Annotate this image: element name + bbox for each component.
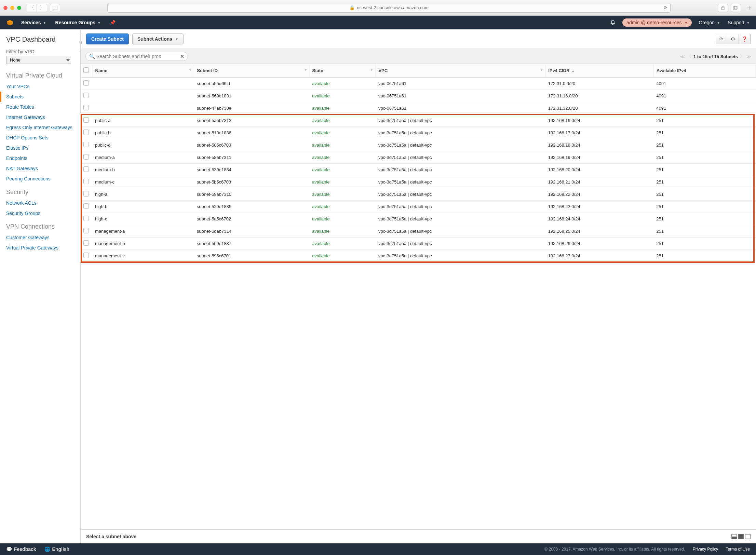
sidebar-item-network-acls[interactable]: Network ACLs <box>0 198 80 208</box>
privacy-link[interactable]: Privacy Policy <box>693 547 718 552</box>
table-row[interactable]: high-csubnet-5a5c6702availablevpc-3d751a… <box>81 213 756 225</box>
select-all-checkbox[interactable] <box>83 67 89 73</box>
account-menu[interactable]: admin @ demo-resources ▼ <box>622 18 692 27</box>
table-row[interactable]: medium-csubnet-5b5c6703availablevpc-3d75… <box>81 176 756 188</box>
region-menu[interactable]: Oregon ▼ <box>699 20 720 25</box>
minimize-window-icon[interactable] <box>10 6 14 10</box>
address-bar[interactable]: 🔒 us-west-2.console.aws.amazon.com ⟳ <box>107 3 671 13</box>
cell-subnet-id: subnet-5b5c6703 <box>194 176 309 188</box>
pin-icon[interactable]: 📌 <box>110 20 116 25</box>
row-checkbox[interactable] <box>83 117 89 123</box>
row-checkbox[interactable] <box>83 203 89 209</box>
table-row[interactable]: management-asubnet-5dab7314availablevpc-… <box>81 225 756 238</box>
cell-state: available <box>309 201 376 213</box>
sidebar-item-virtual-private-gateways[interactable]: Virtual Private Gateways <box>0 243 80 253</box>
feedback-link[interactable]: 💬 Feedback <box>6 546 36 552</box>
cell-available: 251 <box>653 188 756 201</box>
row-checkbox[interactable] <box>83 253 89 258</box>
settings-button[interactable]: ⚙ <box>727 34 739 44</box>
help-button[interactable]: ❓ <box>739 34 751 44</box>
col-available[interactable]: Available IPv4 <box>653 64 756 78</box>
sidebar-item-internet-gateways[interactable]: Internet Gateways <box>0 112 80 122</box>
cell-name: management-b <box>92 238 194 250</box>
pager-last-icon[interactable]: ≫ <box>746 54 751 59</box>
zoom-window-icon[interactable] <box>17 6 21 10</box>
sidebar-item-dhcp-options-sets[interactable]: DHCP Options Sets <box>0 133 80 143</box>
subnet-actions-label: Subnet Actions <box>137 36 172 42</box>
table-row[interactable]: subnet-a55d66fdavailablevpc-06751a61172.… <box>81 78 756 90</box>
table-row[interactable]: management-csubnet-595c6701availablevpc-… <box>81 250 756 262</box>
nav-services[interactable]: Services ▼ <box>21 20 46 25</box>
support-menu[interactable]: Support ▼ <box>728 20 750 25</box>
cell-available: 4091 <box>653 90 756 102</box>
sidebar-item-security-groups[interactable]: Security Groups <box>0 208 80 218</box>
row-checkbox[interactable] <box>83 80 89 86</box>
table-row[interactable]: subnet-47ab730eavailablevpc-06751a61172.… <box>81 102 756 114</box>
row-checkbox[interactable] <box>83 142 89 147</box>
table-row[interactable]: subnet-569e1831availablevpc-06751a61172.… <box>81 90 756 102</box>
search-input[interactable] <box>96 54 180 59</box>
subnet-actions-button[interactable]: Subnet Actions ▼ <box>132 33 184 44</box>
tabs-button[interactable] <box>731 4 741 12</box>
sidebar-toggle-button[interactable] <box>50 4 60 12</box>
layout-full-icon[interactable] <box>738 534 744 539</box>
sidebar-item-customer-gateways[interactable]: Customer Gateways <box>0 232 80 243</box>
clear-search-icon[interactable]: ✕ <box>180 54 184 59</box>
table-row[interactable]: medium-bsubnet-539e1834availablevpc-3d75… <box>81 164 756 176</box>
nav-resource-groups[interactable]: Resource Groups ▼ <box>55 20 101 25</box>
share-button[interactable] <box>718 4 728 12</box>
col-vpc[interactable]: VPC▾ <box>376 64 545 78</box>
col-subnet-id[interactable]: Subnet ID▾ <box>194 64 309 78</box>
reload-icon[interactable]: ⟳ <box>664 5 667 10</box>
row-checkbox[interactable] <box>83 130 89 135</box>
row-checkbox[interactable] <box>83 105 89 110</box>
table-row[interactable]: public-asubnet-5aab7313availablevpc-3d75… <box>81 114 756 127</box>
back-button[interactable]: 〈 <box>27 4 37 12</box>
sidebar-item-your-vpcs[interactable]: Your VPCs <box>0 81 80 92</box>
layout-none-icon[interactable] <box>745 534 751 539</box>
table-row[interactable]: management-bsubnet-509e1837availablevpc-… <box>81 238 756 250</box>
row-checkbox[interactable] <box>83 191 89 197</box>
layout-split-icon[interactable] <box>731 534 737 539</box>
table-row[interactable]: medium-asubnet-58ab7311availablevpc-3d75… <box>81 151 756 164</box>
col-cidr[interactable]: IPv4 CIDR <box>545 64 654 78</box>
refresh-button[interactable]: ⟳ <box>716 34 727 44</box>
row-checkbox[interactable] <box>83 166 89 172</box>
table-row[interactable]: public-bsubnet-519e1836availablevpc-3d75… <box>81 127 756 139</box>
table-row[interactable]: high-bsubnet-529e1835availablevpc-3d751a… <box>81 201 756 213</box>
cell-subnet-id: subnet-5a5c6702 <box>194 213 309 225</box>
table-row[interactable]: public-csubnet-585c6700availablevpc-3d75… <box>81 139 756 151</box>
create-subnet-button[interactable]: Create Subnet <box>86 33 129 44</box>
sidebar-title[interactable]: VPC Dashboard <box>0 36 80 46</box>
filter-vpc-select[interactable]: None <box>6 56 71 64</box>
sidebar-item-elastic-ips[interactable]: Elastic IPs <box>0 143 80 153</box>
row-checkbox[interactable] <box>83 154 89 160</box>
layout-toggles <box>731 534 751 539</box>
row-checkbox[interactable] <box>83 179 89 184</box>
sidebar-item-nat-gateways[interactable]: NAT Gateways <box>0 163 80 174</box>
pager-prev-icon[interactable]: 〈 <box>687 53 691 59</box>
notifications-icon[interactable] <box>610 20 616 25</box>
new-tab-button[interactable]: ＋ <box>746 3 753 12</box>
sidebar-item-egress-only-internet-gateways[interactable]: Egress Only Internet Gateways <box>0 122 80 133</box>
cell-name: management-a <box>92 225 194 238</box>
close-window-icon[interactable] <box>3 6 8 10</box>
language-selector[interactable]: 🌐 English <box>44 546 70 552</box>
table-row[interactable]: high-asubnet-59ab7310availablevpc-3d751a… <box>81 188 756 201</box>
terms-link[interactable]: Terms of Use <box>726 547 750 552</box>
row-checkbox[interactable] <box>83 228 89 233</box>
row-checkbox[interactable] <box>83 216 89 221</box>
sidebar-item-subnets[interactable]: Subnets <box>0 92 80 102</box>
forward-button[interactable]: 〉 <box>37 4 47 12</box>
sidebar-item-peering-connections[interactable]: Peering Connections <box>0 174 80 184</box>
pager-next-icon[interactable]: 〉 <box>740 53 744 59</box>
row-checkbox[interactable] <box>83 93 89 98</box>
sidebar-item-route-tables[interactable]: Route Tables <box>0 102 80 112</box>
row-checkbox[interactable] <box>83 240 89 246</box>
col-state[interactable]: State▾ <box>309 64 376 78</box>
aws-logo-icon[interactable] <box>6 19 14 26</box>
pager-first-icon[interactable]: ≪ <box>680 54 685 59</box>
col-name[interactable]: Name▾ <box>92 64 194 78</box>
sidebar-item-endpoints[interactable]: Endpoints <box>0 153 80 163</box>
cell-cidr: 192.168.19.0/24 <box>545 151 654 164</box>
